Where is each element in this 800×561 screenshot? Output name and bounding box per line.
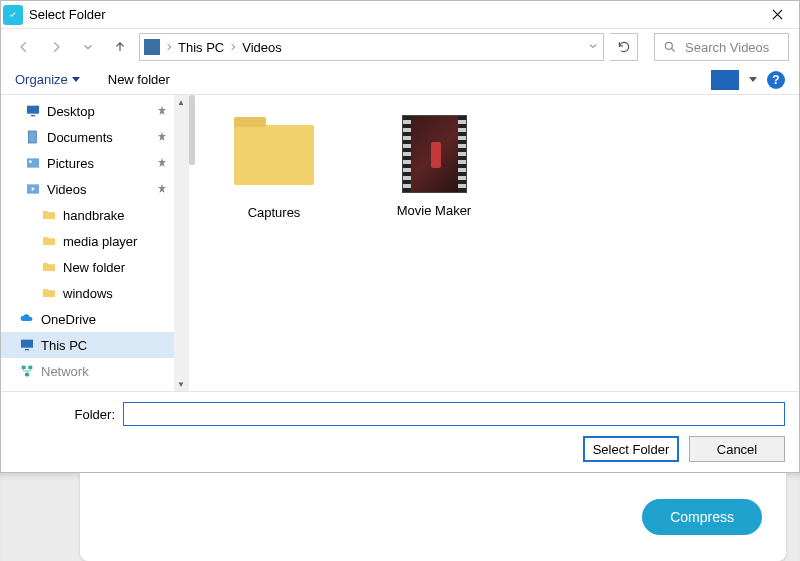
parent-panel: Compress <box>80 473 786 561</box>
movie-thumb-icon <box>402 115 467 193</box>
folder-captures[interactable]: Captures <box>219 115 329 220</box>
folder-icon <box>41 285 57 301</box>
documents-icon <box>25 129 41 145</box>
svg-point-0 <box>665 42 672 49</box>
search-icon <box>663 40 677 54</box>
tree-item-mediaplayer[interactable]: media player <box>1 228 188 254</box>
select-folder-button[interactable]: Select Folder <box>583 436 679 462</box>
search-input[interactable]: Search Videos <box>654 33 789 61</box>
pin-icon <box>156 105 168 117</box>
path-seg-videos[interactable]: Videos <box>238 40 286 55</box>
search-placeholder: Search Videos <box>685 40 769 55</box>
svg-rect-7 <box>21 340 33 348</box>
svg-rect-10 <box>28 366 32 369</box>
chevron-down-icon <box>72 77 80 82</box>
svg-rect-1 <box>27 106 39 114</box>
path-dropdown-icon[interactable] <box>587 40 599 55</box>
titlebar: Select Folder <box>1 1 799 29</box>
main-area: ▲ ▼ Desktop Documents Pictures Videos ha… <box>1 95 799 391</box>
folder-field-label: Folder: <box>15 407 115 422</box>
tree-item-thispc[interactable]: This PC <box>1 332 188 358</box>
pin-icon <box>156 157 168 169</box>
scrollbar[interactable] <box>174 109 188 377</box>
chevron-right-icon <box>228 42 238 52</box>
pin-icon <box>156 131 168 143</box>
content-scrollbar[interactable] <box>189 95 195 165</box>
scroll-down-button[interactable]: ▼ <box>174 377 188 391</box>
tree-item-handbrake[interactable]: handbrake <box>1 202 188 228</box>
nav-row: This PC Videos Search Videos <box>1 29 799 65</box>
tree-item-documents[interactable]: Documents <box>1 124 188 150</box>
new-folder-button[interactable]: New folder <box>108 72 170 87</box>
view-mode-button[interactable] <box>711 70 739 90</box>
path-root-icon <box>144 39 160 55</box>
select-folder-dialog: Select Folder This PC Videos Search Vide… <box>0 0 800 473</box>
organize-label: Organize <box>15 72 68 87</box>
folder-icon <box>234 125 314 195</box>
tree-item-videos[interactable]: Videos <box>1 176 188 202</box>
svg-rect-9 <box>22 366 26 369</box>
folder-name-input[interactable] <box>123 402 785 426</box>
svg-rect-8 <box>25 349 29 350</box>
breadcrumb-path[interactable]: This PC Videos <box>139 33 604 61</box>
folder-icon <box>41 207 57 223</box>
svg-rect-3 <box>28 131 36 143</box>
pin-icon <box>156 183 168 195</box>
toolbar: Organize New folder ? <box>1 65 799 95</box>
thispc-icon <box>19 337 35 353</box>
folder-moviemaker[interactable]: Movie Maker <box>379 115 489 218</box>
parent-window-strip: Compress <box>0 473 800 561</box>
help-button[interactable]: ? <box>767 71 785 89</box>
organize-menu[interactable]: Organize <box>15 72 80 87</box>
tree-item-desktop[interactable]: Desktop <box>1 98 188 124</box>
path-seg-thispc[interactable]: This PC <box>174 40 228 55</box>
tree-item-onedrive[interactable]: OneDrive <box>1 306 188 332</box>
window-title: Select Folder <box>29 7 106 22</box>
svg-rect-4 <box>27 158 39 167</box>
tree-item-network[interactable]: Network <box>1 358 188 384</box>
tree-item-windows[interactable]: windows <box>1 280 188 306</box>
svg-rect-11 <box>25 373 29 376</box>
onedrive-icon <box>19 311 35 327</box>
recent-dropdown[interactable] <box>75 34 101 60</box>
folder-icon <box>41 233 57 249</box>
desktop-icon <box>25 103 41 119</box>
tree-item-pictures[interactable]: Pictures <box>1 150 188 176</box>
up-button[interactable] <box>107 34 133 60</box>
app-icon <box>3 5 23 25</box>
folder-content[interactable]: Captures Movie Maker <box>189 95 799 391</box>
videos-icon <box>25 181 41 197</box>
scroll-up-button[interactable]: ▲ <box>174 95 188 109</box>
folder-icon <box>41 259 57 275</box>
forward-button[interactable] <box>43 34 69 60</box>
svg-rect-2 <box>31 115 35 116</box>
svg-point-5 <box>29 160 32 163</box>
chevron-right-icon <box>164 42 174 52</box>
nav-tree: ▲ ▼ Desktop Documents Pictures Videos ha… <box>1 95 189 391</box>
close-button[interactable] <box>757 2 797 28</box>
back-button[interactable] <box>11 34 37 60</box>
pictures-icon <box>25 155 41 171</box>
refresh-button[interactable] <box>610 33 638 61</box>
compress-button[interactable]: Compress <box>642 499 762 535</box>
folder-label: Movie Maker <box>379 203 489 218</box>
view-dropdown-icon[interactable] <box>749 77 757 82</box>
tree-item-newfolder[interactable]: New folder <box>1 254 188 280</box>
network-icon <box>19 363 35 379</box>
cancel-button[interactable]: Cancel <box>689 436 785 462</box>
folder-label: Captures <box>219 205 329 220</box>
bottom-panel: Folder: Select Folder Cancel <box>1 391 799 474</box>
